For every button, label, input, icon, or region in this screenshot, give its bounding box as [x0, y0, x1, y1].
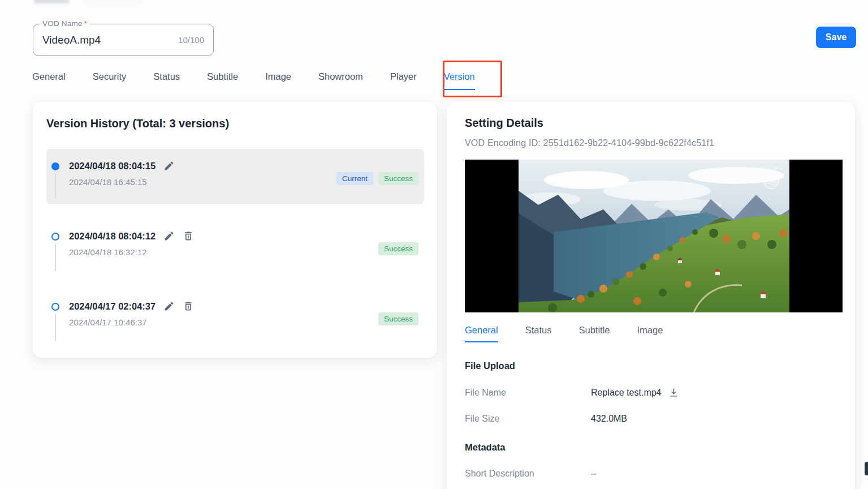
vod-detail-page: VOD Name* 10/100 Save General Security S…: [0, 0, 868, 489]
version-title: 2024/04/17 02:04:37: [69, 301, 156, 312]
tab-subtitle[interactable]: Subtitle: [207, 71, 238, 90]
main-tab-bar: General Security Status Subtitle Image S…: [32, 71, 475, 90]
tab-general[interactable]: General: [32, 71, 66, 90]
short-description-row: Short Description –: [465, 469, 837, 479]
timeline-connector: [55, 174, 56, 199]
vod-name-label: VOD Name*: [40, 19, 90, 28]
required-asterisk: *: [84, 19, 87, 28]
radio-unselected-icon[interactable]: [51, 233, 59, 241]
file-size-row: File Size 432.0MB: [465, 414, 837, 424]
watermark-text: PHILIPS: [754, 165, 788, 171]
version-subtitle: 2024/04/18 16:32:12: [69, 247, 147, 257]
vod-encoding-id: VOD Encoding ID: 2551d162-9b22-4104-99bd…: [465, 138, 837, 148]
download-icon[interactable]: [668, 387, 679, 398]
setting-details-title: Setting Details: [465, 117, 837, 130]
cutoff-header-badge-fragment: [85, 0, 141, 4]
timeline-connector: [55, 244, 56, 271]
video-frame-image: [519, 160, 789, 312]
delete-icon[interactable]: [183, 301, 194, 312]
version-title: 2024/04/18 08:04:12: [69, 231, 156, 242]
delete-icon[interactable]: [183, 230, 194, 242]
success-badge: Success: [378, 172, 418, 185]
version-item-3[interactable]: 2024/04/17 02:04:37 2024/04/17 10:46:37 …: [46, 289, 424, 345]
version-history-card: Version History (Total: 3 versions) 2024…: [33, 102, 437, 358]
file-size-value: 432.0MB: [591, 414, 627, 424]
char-counter: 10/100: [178, 35, 213, 45]
edit-icon[interactable]: [163, 301, 175, 312]
success-badge: Success: [378, 242, 418, 255]
radio-unselected-icon[interactable]: [51, 303, 59, 311]
version-item-1[interactable]: 2024/04/18 08:04:15 2024/04/18 16:45:15 …: [46, 149, 424, 204]
watermark-logo: PHILIPS: [754, 165, 788, 192]
save-button[interactable]: Save: [816, 27, 856, 48]
short-description-value: –: [591, 469, 596, 479]
scrollbar-thumb-fragment[interactable]: [865, 462, 868, 475]
timeline-connector: [55, 314, 56, 341]
edit-icon[interactable]: [163, 230, 175, 242]
version-title: 2024/04/18 08:04:15: [69, 161, 156, 171]
radio-selected-icon[interactable]: [51, 162, 59, 170]
tab-image[interactable]: Image: [265, 71, 291, 90]
version-subtitle: 2024/04/18 16:45:15: [69, 177, 147, 187]
version-subtitle: 2024/04/17 10:46:37: [69, 318, 147, 327]
cutoff-header-fragment: [34, 0, 69, 3]
tab-version[interactable]: Version: [444, 71, 475, 90]
file-name-label: File Name: [465, 388, 591, 398]
file-name-row: File Name Replace test.mp4: [465, 387, 837, 398]
vod-name-input[interactable]: [33, 34, 178, 46]
version-item-2[interactable]: 2024/04/18 08:04:12 2024/04/18 16:32:12 …: [46, 219, 424, 274]
tab-security[interactable]: Security: [93, 71, 127, 90]
success-badge: Success: [378, 312, 418, 325]
short-description-label: Short Description: [465, 469, 591, 479]
detail-tab-subtitle[interactable]: Subtitle: [578, 325, 610, 342]
file-name-value: Replace test.mp4: [591, 388, 662, 398]
version-history-title: Version History (Total: 3 versions): [46, 117, 229, 130]
tab-player[interactable]: Player: [390, 71, 417, 90]
video-thumbnail: PHILIPS: [465, 160, 843, 312]
detail-tab-status[interactable]: Status: [525, 325, 552, 342]
current-badge: Current: [336, 172, 373, 185]
detail-tab-image[interactable]: Image: [637, 325, 663, 342]
detail-tab-general[interactable]: General: [465, 325, 498, 342]
tab-status[interactable]: Status: [153, 71, 180, 90]
vod-name-field[interactable]: VOD Name* 10/100: [33, 24, 214, 56]
tab-showroom[interactable]: Showroom: [318, 71, 363, 90]
edit-icon[interactable]: [163, 160, 175, 171]
metadata-heading: Metadata: [465, 442, 837, 453]
file-size-label: File Size: [465, 414, 591, 424]
setting-details-card: Setting Details VOD Encoding ID: 2551d16…: [447, 102, 855, 489]
detail-tab-bar: General Status Subtitle Image: [465, 325, 837, 342]
file-upload-heading: File Upload: [465, 361, 837, 371]
